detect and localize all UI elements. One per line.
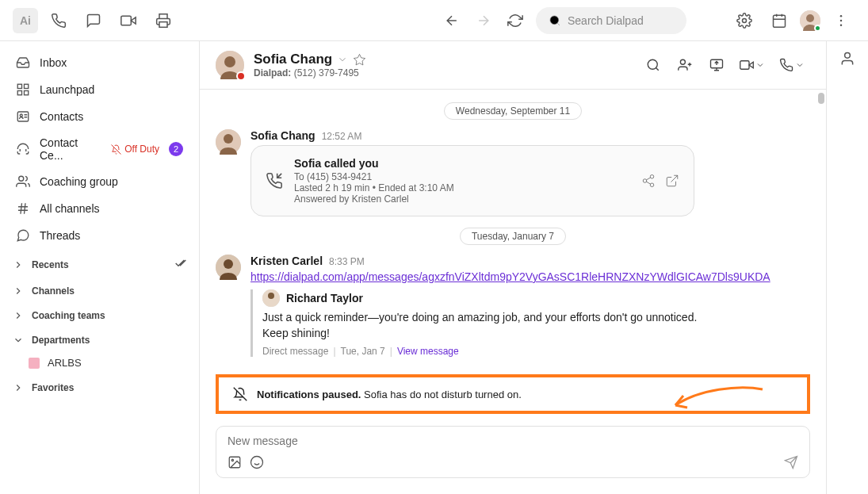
sidebar-label: Coaching group bbox=[40, 175, 183, 188]
image-icon[interactable] bbox=[228, 455, 242, 469]
svg-point-3 bbox=[743, 18, 747, 22]
svg-point-33 bbox=[231, 459, 233, 461]
message-time: 8:33 PM bbox=[329, 256, 365, 267]
svg-point-6 bbox=[806, 14, 814, 22]
svg-point-2 bbox=[550, 16, 559, 25]
contact-info-icon[interactable] bbox=[839, 51, 855, 69]
message-composer[interactable] bbox=[216, 426, 810, 478]
refresh-icon[interactable] bbox=[501, 6, 530, 35]
settings-icon[interactable] bbox=[730, 6, 759, 35]
mark-read-icon[interactable] bbox=[174, 257, 186, 272]
contact-avatar[interactable] bbox=[216, 51, 244, 79]
more-icon[interactable] bbox=[827, 6, 855, 35]
star-icon[interactable] bbox=[353, 53, 366, 67]
search-placeholder: Search Dialpad bbox=[568, 14, 644, 27]
svg-rect-22 bbox=[740, 61, 749, 70]
call-card[interactable]: Sofia called you To (415) 534-9421 Laste… bbox=[250, 145, 694, 216]
section-departments[interactable]: Departments bbox=[0, 327, 199, 351]
video-icon[interactable] bbox=[114, 6, 143, 35]
sidebar-item-threads[interactable]: Threads bbox=[0, 222, 199, 249]
message-sender: Kristen Carlel bbox=[250, 255, 323, 267]
call-answered: Answered by Kristen Carlel bbox=[294, 193, 630, 205]
message-sender: Sofia Chang bbox=[250, 129, 315, 142]
section-label: Channels bbox=[32, 285, 75, 297]
sidebar-item-inbox[interactable]: Inbox bbox=[0, 49, 199, 76]
share-icon[interactable] bbox=[641, 174, 656, 188]
department-item[interactable]: ARLBS bbox=[0, 351, 199, 374]
section-favorites[interactable]: Favorites bbox=[0, 374, 199, 399]
svg-point-18 bbox=[224, 56, 235, 67]
print-icon[interactable] bbox=[149, 6, 178, 35]
sidebar: Inbox Launchpad Contacts Contact Ce...Of… bbox=[0, 41, 200, 494]
chevron-down-icon bbox=[755, 60, 765, 70]
emoji-icon[interactable] bbox=[250, 455, 264, 469]
nav-forward-icon[interactable] bbox=[469, 6, 498, 35]
calendar-icon[interactable] bbox=[765, 6, 793, 35]
message-input[interactable] bbox=[228, 435, 798, 447]
add-people-icon[interactable] bbox=[671, 52, 699, 78]
search-input[interactable]: Search Dialpad bbox=[536, 7, 686, 34]
svg-rect-12 bbox=[17, 91, 21, 95]
message-avatar[interactable] bbox=[216, 255, 241, 280]
call-duration: Lasted 2 h 19 min • Ended at 3:10 AM bbox=[294, 182, 630, 193]
svg-point-9 bbox=[840, 24, 843, 26]
section-label: Favorites bbox=[32, 382, 74, 393]
color-swatch bbox=[29, 358, 40, 369]
send-button[interactable] bbox=[784, 455, 798, 469]
call-button[interactable] bbox=[774, 52, 810, 78]
quote-text: Keep shining! bbox=[262, 326, 810, 342]
search-conversation-icon[interactable] bbox=[639, 52, 667, 78]
open-icon[interactable] bbox=[665, 174, 679, 188]
phone-icon[interactable] bbox=[44, 6, 73, 35]
video-call-button[interactable] bbox=[734, 52, 770, 78]
contact-name[interactable]: Sofia Chang bbox=[254, 52, 366, 67]
sidebar-item-contacts[interactable]: Contacts bbox=[0, 103, 199, 130]
svg-rect-11 bbox=[25, 84, 29, 88]
scrollbar[interactable] bbox=[818, 93, 824, 412]
section-channels[interactable]: Channels bbox=[0, 278, 199, 302]
message-avatar[interactable] bbox=[216, 129, 241, 155]
nav-back-icon[interactable] bbox=[438, 6, 466, 35]
svg-point-26 bbox=[643, 179, 647, 183]
svg-point-24 bbox=[224, 134, 233, 144]
message-link[interactable]: https://dialpad.com/app/messages/agxzfnV… bbox=[250, 270, 770, 283]
svg-rect-1 bbox=[159, 21, 167, 27]
quote-avatar bbox=[262, 289, 280, 307]
sidebar-item-all-channels[interactable]: All channels bbox=[0, 195, 199, 222]
svg-point-16 bbox=[19, 176, 24, 181]
quoted-message: Richard Taylor Just a quick reminder—you… bbox=[250, 289, 810, 357]
svg-rect-0 bbox=[121, 16, 132, 25]
sidebar-item-coaching-group[interactable]: Coaching group bbox=[0, 168, 199, 195]
sidebar-label: Launchpad bbox=[40, 83, 183, 96]
off-duty-badge: Off Duty bbox=[111, 144, 159, 155]
date-divider: Wednesday, September 11 bbox=[216, 102, 810, 120]
section-label: Departments bbox=[32, 335, 90, 346]
section-coaching-teams[interactable]: Coaching teams bbox=[0, 302, 199, 327]
svg-point-25 bbox=[650, 175, 654, 179]
quote-text: Just a quick reminder—you're doing an am… bbox=[262, 310, 810, 326]
section-recents[interactable]: Recents bbox=[0, 249, 199, 278]
sidebar-item-contact-center[interactable]: Contact Ce...Off Duty2 bbox=[0, 130, 199, 168]
chevron-down-icon bbox=[795, 60, 805, 70]
dnd-banner: Notifications paused. Sofia has do not d… bbox=[216, 374, 810, 414]
chat-icon[interactable] bbox=[79, 6, 108, 35]
call-incoming-icon bbox=[266, 172, 283, 190]
svg-rect-14 bbox=[17, 112, 29, 121]
app-logo[interactable]: Ai bbox=[13, 8, 38, 33]
svg-point-29 bbox=[224, 259, 233, 269]
svg-point-27 bbox=[650, 183, 654, 187]
sidebar-label: Inbox bbox=[40, 56, 183, 69]
svg-point-15 bbox=[20, 114, 22, 117]
screen-share-icon[interactable] bbox=[702, 52, 731, 78]
svg-point-31 bbox=[268, 293, 274, 299]
chat-header: Sofia Chang Dialpad: (512) 379-7495 bbox=[200, 41, 826, 90]
department-label: ARLBS bbox=[48, 357, 82, 369]
bell-off-icon bbox=[233, 387, 247, 401]
sidebar-label: Threads bbox=[40, 229, 183, 242]
sidebar-item-launchpad[interactable]: Launchpad bbox=[0, 76, 199, 103]
view-message-link[interactable]: View message bbox=[397, 346, 459, 357]
call-title: Sofia called you bbox=[294, 157, 630, 170]
search-icon bbox=[549, 14, 561, 27]
user-avatar[interactable] bbox=[800, 10, 820, 31]
sidebar-label: All channels bbox=[40, 202, 183, 215]
